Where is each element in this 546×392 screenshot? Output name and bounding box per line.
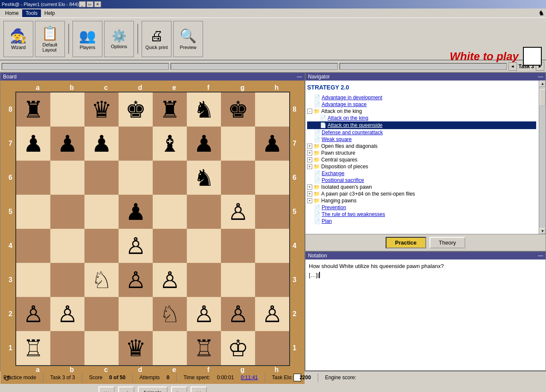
expand-icon[interactable]: + [307,157,312,162]
last-move-button[interactable]: ⏭ [191,386,207,392]
tree-item-attack-queenside[interactable]: 📄 Attack on the queenside [307,121,536,129]
tree-item-rule-two-weaknesses[interactable]: 📄 The rule of two weaknesses [307,211,536,218]
square-h8[interactable] [255,92,289,127]
expand-icon[interactable]: + [307,184,312,190]
square-e1[interactable] [153,331,187,365]
square-g6[interactable] [221,161,255,195]
square-f6[interactable]: ♞ [187,161,221,195]
players-button[interactable]: 👥 Players [73,21,102,57]
square-c5[interactable] [84,195,119,229]
square-c3[interactable]: ♘ [84,263,119,297]
square-f8[interactable]: ♞ [187,92,221,127]
square-a4[interactable] [16,229,50,263]
tree-item-defense[interactable]: 📄 Defense and counterattack [307,129,536,136]
time-link[interactable]: 0:11:41 [241,375,258,380]
square-b1[interactable] [50,331,84,365]
square-d7[interactable] [119,127,153,161]
square-e6[interactable] [153,161,187,195]
square-b8[interactable] [50,92,84,127]
square-h4[interactable] [255,229,289,263]
tree-item-central-squares[interactable]: + 📁 Central squares [307,156,536,163]
default-layout-button[interactable]: 📋 DefaultLayout [35,21,65,57]
restore-button[interactable]: ▭ [87,1,93,7]
square-b3[interactable] [50,263,84,297]
navigator-minimize[interactable]: — [538,74,543,80]
scrollbar-track-1[interactable] [2,63,169,70]
menu-tools[interactable]: Tools [22,9,41,17]
square-c6[interactable] [84,161,119,195]
square-c1[interactable] [84,331,119,365]
expand-icon[interactable]: + [307,164,312,169]
square-e7[interactable]: ♝ [153,127,187,161]
square-d5[interactable]: ♟ [119,195,153,229]
wizard-button[interactable]: 🧙 Wizard [3,21,33,57]
square-d2[interactable] [119,297,153,331]
square-a2[interactable]: ♙ [16,297,50,331]
tree-link[interactable]: Prevention [322,205,346,210]
square-c8[interactable]: ♛ [84,92,119,127]
square-h7[interactable]: ♟ [255,127,289,161]
square-g1[interactable]: ♔ [221,331,255,365]
square-h3[interactable] [255,263,289,297]
nav-scroll-down[interactable]: ▼ [540,228,546,234]
tree-link[interactable]: Plan [322,218,332,224]
square-g2[interactable]: ♙ [221,297,255,331]
square-d6[interactable] [119,161,153,195]
tree-link[interactable]: Weak square [322,136,351,142]
quick-print-button[interactable]: 🖨 Quick print [142,21,171,57]
square-a3[interactable] [16,263,50,297]
tree-link[interactable]: Attack on the king [328,115,368,121]
square-e5[interactable] [153,195,187,229]
square-e8[interactable]: ♜ [153,92,187,127]
square-h2[interactable]: ♙ [255,297,289,331]
expand-icon[interactable]: + [307,144,312,149]
square-g5[interactable]: ♙ [221,195,255,229]
square-d3[interactable]: ♙ [119,263,153,297]
tree-item-open-files[interactable]: + 📁 Open files and diagonals [307,143,536,150]
square-d8[interactable]: ♚ [119,92,153,127]
tree-item-hanging-pawns[interactable]: + 📁 Hanging pawns [307,197,536,204]
square-a7[interactable]: ♟ [16,127,50,161]
tree-item-pawn-structure[interactable]: + 📁 Pawn structure [307,150,536,156]
tree-link[interactable]: The rule of two weaknesses [322,211,385,217]
tree-item-advantage-space[interactable]: 📄 Advantage in space [307,101,536,108]
expand-icon[interactable]: + [307,191,312,196]
tree-item-disposition[interactable]: + 📁 Disposition of pieces [307,163,536,170]
square-f4[interactable] [187,229,221,263]
chess-board[interactable]: ♜ ♛ ♚ ♜ ♞ ♚ ♟ ♟ ♟ ♝ ♟ ♟ [15,92,290,366]
square-a1[interactable]: ♖ [16,331,50,365]
tree-item-advantage-development[interactable]: 📄 Advantage in development [307,94,536,101]
tree-link[interactable]: Attack on the queenside [328,122,383,128]
square-f5[interactable] [187,195,221,229]
square-g8[interactable]: ♚ [221,92,255,127]
nav-scrollbar-thumb[interactable] [540,89,546,106]
square-c4[interactable] [84,229,119,263]
square-e4[interactable] [153,229,187,263]
expand-icon[interactable]: + [307,150,312,156]
tree-item-plan[interactable]: 📄 Plan [307,218,536,225]
nav-scrollbar[interactable]: ▲ ▼ [539,81,546,234]
first-move-button[interactable]: ⏮ [99,386,115,392]
square-e3[interactable]: ♙ [153,263,187,297]
preview-button[interactable]: 🔍 Preview [173,21,203,57]
options-button[interactable]: ⚙️ Options [104,21,134,57]
square-g3[interactable] [221,263,255,297]
square-b2[interactable]: ♙ [50,297,84,331]
square-h6[interactable] [255,161,289,195]
tree-item-attack-king-folder[interactable]: - 📁 Attack on the king [307,108,536,115]
expand-icon[interactable]: - [307,109,312,114]
close-button[interactable]: ✕ [94,1,101,7]
square-f2[interactable]: ♙ [187,297,221,331]
nav-scroll-up[interactable]: ▲ [540,81,546,86]
tree-link[interactable]: Advantage in space [322,101,366,107]
square-h1[interactable] [255,331,289,365]
tree-item-prevention[interactable]: 📄 Prevention [307,204,536,211]
prev-move-button[interactable]: ◄ [118,386,134,392]
square-e2[interactable]: ♘ [153,297,187,331]
next-move-button[interactable]: ► [171,386,187,392]
scrollbar-track-2[interactable] [171,63,338,70]
square-a8[interactable]: ♜ [16,92,50,127]
square-f1[interactable]: ♖ [187,331,221,365]
square-b6[interactable] [50,161,84,195]
square-g4[interactable] [221,229,255,263]
